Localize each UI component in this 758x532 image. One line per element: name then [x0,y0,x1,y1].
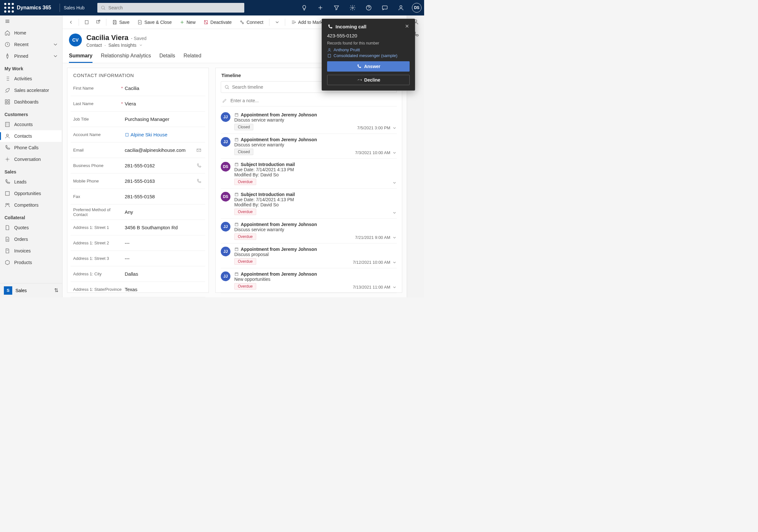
field-account[interactable]: Account NameAlpine Ski House [71,127,205,143]
nav-leads[interactable]: Leads [0,176,61,188]
field-job-title[interactable]: Job TitlePurchasing Manager [71,112,205,127]
nav-home[interactable]: Home [0,27,61,39]
field-street2[interactable]: Address 1: Street 2--- [71,235,205,251]
nav-products[interactable]: Products [0,257,61,268]
field-city[interactable]: Address 1: CityDallas [71,266,205,282]
nav-invoices[interactable]: Invoices [0,245,61,257]
nav-activities[interactable]: Activities [0,73,61,85]
card-title: CONTACT INFORMATION [67,68,209,81]
nav-home-label: Home [14,30,26,35]
svg-rect-22 [8,100,10,101]
pencil-icon [222,98,227,103]
popout-button[interactable] [93,18,103,27]
save-close-button[interactable]: Save & Close [134,18,175,27]
field-first-name[interactable]: First Name*Cacilia [71,81,205,96]
svg-line-42 [228,88,229,89]
chevron-down-icon[interactable] [392,260,397,265]
timeline-note-input[interactable]: Enter a note... [221,95,397,106]
field-mobile-phone[interactable]: Mobile Phone281-555-0163 [71,173,205,189]
nav-accounts[interactable]: Accounts [0,119,61,130]
nav-competitors[interactable]: Competitors [0,199,61,211]
svg-rect-31 [85,20,88,24]
tab-related[interactable]: Related [183,53,201,63]
chevron-down-icon[interactable] [392,211,397,215]
phone-action-icon[interactable] [195,163,203,168]
call-record-contact[interactable]: Anthony Pruitt [327,48,410,52]
timeline-item[interactable]: JJ Appointment from Jeremy Johnson Discu… [221,219,397,243]
deactivate-button[interactable]: Deactivate [200,18,235,27]
chevron-down-icon[interactable] [392,126,397,130]
nav-orders[interactable]: Orders [0,233,61,245]
field-state[interactable]: Address 1: State/ProvinceTexas [71,282,205,297]
field-fax[interactable]: Fax281-555-0158 [71,189,205,204]
nav-sales-accelerator[interactable]: Sales accelerator [0,85,61,96]
timeline-item[interactable]: JJ Appointment from Jeremy Johnson Discu… [221,243,397,268]
svg-point-53 [329,48,330,50]
lightbulb-icon[interactable] [297,1,311,15]
save-button[interactable]: Save [109,18,133,27]
new-button[interactable]: New [176,18,199,27]
timeline-item[interactable]: DS Subject Introduction mail Due Date: 7… [221,159,397,189]
help-icon[interactable] [362,1,376,15]
timeline-avatar: DS [221,192,230,201]
field-preferred-contact[interactable]: Preferred Method of ContactAny [71,204,205,220]
nav-recent[interactable]: Recent [0,39,61,50]
tab-relationship-analytics[interactable]: Relationship Analytics [101,53,151,63]
timeline-date: 7/21/2021 9:00 AM [355,235,397,240]
back-button[interactable] [66,18,76,27]
person-icon[interactable] [394,1,408,15]
search-input[interactable] [108,5,241,10]
timeline-item[interactable]: JJ Appointment from Jeremy Johnson Discu… [221,134,397,159]
chat-icon[interactable] [378,1,392,15]
call-record-account[interactable]: Consolidated messenger (sample) [327,53,410,58]
nav-pinned[interactable]: Pinned [0,50,61,62]
hub-label[interactable]: Sales Hub [64,5,85,10]
decline-button[interactable]: Decline [327,75,410,85]
field-value: 281-555-0162 [125,163,195,168]
field-value[interactable]: Alpine Ski House [125,132,203,137]
plus-icon[interactable] [313,1,327,15]
field-street1[interactable]: Address 1: Street 13456 B Southampton Rd [71,220,205,235]
gear-icon[interactable] [345,1,360,15]
nav-conversation[interactable]: Conversation [0,154,61,165]
close-call-button[interactable] [404,23,410,30]
timeline-item[interactable]: JJ Appointment from Jeremy Johnson New o… [221,268,397,293]
connect-button[interactable]: Connect [236,18,266,27]
contact-info-card: CONTACT INFORMATION First Name*Cacilia L… [67,68,209,293]
email-action-icon[interactable] [195,148,203,153]
nav-contacts[interactable]: Contacts [0,130,61,142]
divider [79,19,79,26]
hamburger-icon[interactable] [0,16,62,27]
nav-opportunities[interactable]: Opportunities [0,188,61,199]
svg-rect-39 [126,133,128,136]
tab-details[interactable]: Details [159,53,175,63]
area-switcher[interactable]: S Sales ⇅ [0,283,62,297]
answer-button[interactable]: Answer [327,61,410,72]
tab-summary[interactable]: Summary [69,53,92,63]
field-business-phone[interactable]: Business Phone281-555-0162 [71,158,205,173]
chevron-down-icon[interactable] [392,181,397,185]
field-last-name[interactable]: Last Name*Viera [71,96,205,112]
connect-chevron-button[interactable] [272,18,282,27]
app-launcher-icon[interactable] [3,1,16,14]
nav-phone-calls[interactable]: Phone Calls [0,142,61,154]
field-email[interactable]: Emailcacilia@alpineskihouse.com [71,143,205,158]
timeline-item-desc2: Modified By: David So [234,172,392,177]
chevron-down-icon[interactable] [392,285,397,290]
open-record-set-button[interactable] [82,18,92,27]
svg-rect-49 [235,273,238,276]
timeline-date: 7/12/2021 10:00 AM [353,260,397,265]
timeline-item-title: Subject Introduction mail [241,192,295,197]
nav-dashboards[interactable]: Dashboards [0,96,61,108]
phone-action-icon[interactable] [195,179,203,184]
global-search[interactable] [97,3,244,13]
form-label[interactable]: Sales Insights [108,43,136,48]
timeline-item[interactable]: DS Subject Introduction mail Due Date: 7… [221,189,397,219]
timeline-item[interactable]: JJ Appointment from Jeremy Johnson Discu… [221,109,397,134]
user-avatar[interactable]: DS [412,3,422,13]
nav-quotes[interactable]: Quotes [0,222,61,233]
field-street3[interactable]: Address 1: Street 3--- [71,251,205,266]
chevron-down-icon[interactable] [392,235,397,240]
filter-icon[interactable] [329,1,344,15]
chevron-down-icon[interactable] [392,151,397,155]
